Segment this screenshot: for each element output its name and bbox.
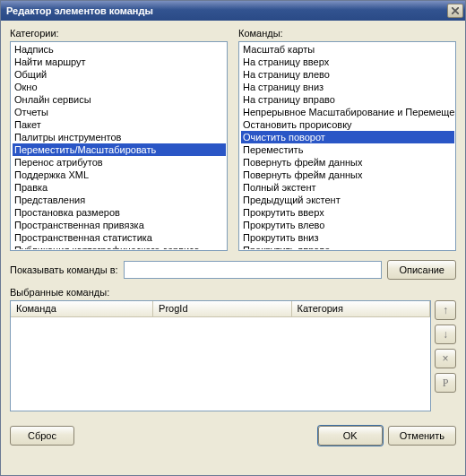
selected-label: Выбранные команды: — [10, 287, 456, 298]
ok-button[interactable]: OK — [318, 426, 383, 446]
command-item[interactable]: Прокрутить влево — [241, 219, 454, 231]
commands-listbox[interactable]: Масштаб картыНа страницу вверхНа страниц… — [238, 41, 456, 251]
command-item[interactable]: Прокрутить вверх — [241, 206, 454, 219]
categories-label: Категории: — [10, 28, 228, 39]
command-item[interactable]: Полный экстент — [241, 181, 454, 194]
category-item[interactable]: Надпись — [13, 43, 226, 56]
category-item[interactable]: Общий — [13, 68, 226, 81]
category-item[interactable]: Пространственная привязка — [13, 219, 226, 231]
category-item[interactable]: Окно — [13, 81, 226, 93]
category-item[interactable]: Публикация картографического сервиса — [13, 244, 226, 249]
grid-body — [11, 317, 430, 411]
category-item[interactable]: Перенос атрибутов — [13, 156, 226, 169]
titlebar: Редактор элементов команды — [1, 1, 465, 21]
window-title: Редактор элементов команды — [6, 5, 447, 16]
command-item[interactable]: Прокрутить вниз — [241, 231, 454, 244]
selected-grid[interactable]: Команда ProgId Категория — [10, 300, 431, 411]
command-item[interactable]: Непрерывное Масштабирование и Перемещени… — [241, 106, 454, 118]
category-item[interactable]: Пакет — [13, 118, 226, 131]
command-item[interactable]: Масштаб карты — [241, 43, 454, 56]
grid-col-command[interactable]: Команда — [11, 301, 153, 317]
move-down-button[interactable]: ↓ — [435, 325, 456, 344]
category-item[interactable]: Пространственная статистика — [13, 231, 226, 244]
command-item[interactable]: На страницу вверх — [241, 56, 454, 68]
cancel-button[interactable]: Отменить — [388, 426, 456, 446]
category-item[interactable]: Переместить/Масштабировать — [13, 143, 226, 156]
category-item[interactable]: Найти маршрут — [13, 56, 226, 68]
show-in-label: Показывать команды в: — [10, 264, 118, 275]
command-item[interactable]: Переместить — [241, 143, 454, 156]
show-in-input[interactable] — [124, 261, 383, 279]
grid-col-progid[interactable]: ProgId — [153, 301, 291, 317]
remove-button[interactable]: × — [435, 349, 456, 368]
commands-label: Команды: — [238, 28, 456, 39]
command-item[interactable]: Предыдущий экстент — [241, 194, 454, 206]
grid-header: Команда ProgId Категория — [11, 301, 430, 317]
description-button[interactable]: Описание — [387, 260, 456, 280]
category-item[interactable]: Поддержка XML — [13, 169, 226, 181]
command-item[interactable]: Остановить прорисовку — [241, 118, 454, 131]
command-item[interactable]: Прокрутить вправо — [241, 244, 454, 249]
category-item[interactable]: Палитры инструментов — [13, 131, 226, 143]
command-item[interactable]: Повернуть фрейм данных — [241, 156, 454, 169]
grid-col-category[interactable]: Категория — [292, 301, 430, 317]
category-item[interactable]: Простановка размеров — [13, 206, 226, 219]
close-button[interactable] — [447, 4, 463, 18]
move-up-button[interactable]: ↑ — [435, 300, 456, 320]
reset-button[interactable]: Сброс — [10, 426, 74, 446]
category-item[interactable]: Представления — [13, 194, 226, 206]
command-item[interactable]: На страницу вправо — [241, 93, 454, 106]
properties-button[interactable]: P — [435, 373, 456, 393]
command-item[interactable]: Очистить поворот — [241, 131, 454, 143]
category-item[interactable]: Отчеты — [13, 106, 226, 118]
categories-listbox[interactable]: НадписьНайти маршрутОбщийОкноОнлайн серв… — [10, 41, 228, 251]
command-item[interactable]: На страницу влево — [241, 68, 454, 81]
category-item[interactable]: Правка — [13, 181, 226, 194]
category-item[interactable]: Онлайн сервисы — [13, 93, 226, 106]
command-item[interactable]: На страницу вниз — [241, 81, 454, 93]
close-icon — [452, 7, 459, 14]
command-item[interactable]: Повернуть фрейм данных — [241, 169, 454, 181]
